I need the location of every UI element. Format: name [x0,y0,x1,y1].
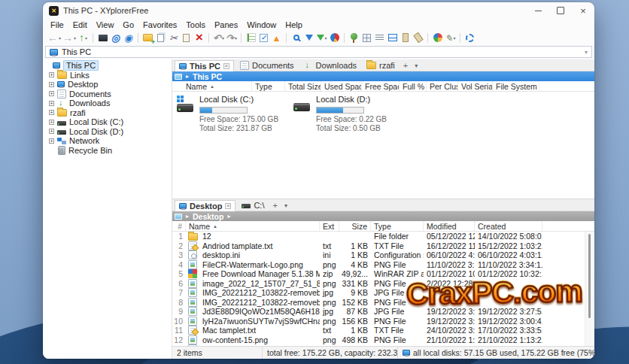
breadcrumb[interactable]: Desktop [193,212,223,221]
tab-close-icon[interactable] [225,203,231,209]
file-row[interactable]: 9 Jd3E88D9IQoWOz1M58QA6H18YjHHcbB6.jpg j… [172,307,584,317]
expand-icon[interactable] [49,72,54,77]
menu-panes[interactable]: Panes [210,20,242,29]
column-header-index[interactable]: # [172,221,186,231]
column-header-size[interactable]: Size [339,221,371,231]
maximize-button[interactable] [549,2,572,19]
column-header-name[interactable]: Name▲ [172,81,252,91]
filter-icon[interactable] [303,31,314,44]
tiles-view-icon[interactable] [361,31,372,44]
address-dropdown-icon[interactable]: ▾ [585,49,588,56]
new-folder-icon[interactable] [142,31,153,44]
file-row[interactable]: 11 Mac tamplet.txt txt 1 KB TXT File 24/… [172,326,584,335]
expand-icon[interactable] [49,101,54,106]
column-header-created[interactable]: Created [475,221,542,231]
expand-icon[interactable] [49,110,54,115]
tree-item-local-disk-c[interactable]: Local Disk (C:) [43,117,172,127]
highlights-icon[interactable] [271,31,282,44]
scrollbar-thumb[interactable] [588,234,591,318]
address-bar[interactable]: This PC ▾ [45,46,592,58]
settings-gear-icon[interactable] [464,31,476,44]
panel-icon[interactable] [400,31,411,44]
tab-c-drive[interactable]: C:\ [238,199,268,211]
search-icon[interactable] [290,31,302,44]
expand-icon[interactable] [49,120,54,125]
delete-icon[interactable] [193,31,205,44]
file-row[interactable]: 10 lyH2a7iwuonSUYTw7vjS9wfCHnaXhsrF.png … [172,317,584,326]
rotate-panel-icon[interactable] [412,31,424,44]
column-header-type[interactable]: Type [371,221,424,231]
paste-icon[interactable] [181,31,192,44]
customize-icon[interactable] [432,31,443,44]
up-icon[interactable]: ▾ [77,31,89,44]
details-view-icon[interactable] [374,31,385,44]
drive-tile-c[interactable]: Local Disk (C:) Free Space: 175.00 GB To… [177,95,278,134]
tab-documents[interactable]: Documents [236,59,298,71]
tree-toggle-icon[interactable] [245,31,257,44]
column-header-total-size[interactable]: Total Size [285,81,321,91]
statistics-icon[interactable] [329,31,340,44]
tree-item-local-disk-d[interactable]: Local Disk (D:) [43,127,172,137]
tree-item-recycle-bin[interactable]: Recycle Bin [43,146,172,156]
back-icon[interactable]: ▾ [47,31,61,44]
file-row[interactable]: 8 IMG_20221212_103822-removebg-preview.p… [172,298,584,308]
expand-icon[interactable] [49,129,54,134]
column-header-free-space[interactable]: Free Space [362,81,400,91]
top-path-row[interactable]: ▸ This PC [172,71,594,81]
split-horizontal-icon[interactable] [387,31,398,44]
column-header-file-system[interactable]: File System [493,81,539,91]
tree-item-downloads[interactable]: Downloads [43,99,172,108]
tree-item-desktop[interactable]: Desktop [43,80,172,89]
tree-item-rzafi[interactable]: rzafi [43,108,172,118]
undo-icon[interactable]: ▾ [213,31,224,44]
file-row[interactable]: 1 12 File folder 05/12/2022 12:01:... 14… [172,232,584,241]
menu-go[interactable]: Go [118,20,138,29]
title-bar[interactable]: This PC - XYplorerFree [43,2,594,19]
forward-icon[interactable]: ▾ [62,31,76,44]
tab-rzafi[interactable]: rzafi [363,59,399,71]
file-row[interactable]: 12 ow-content-15.png png 498 KB PNG File… [172,335,584,345]
tree-item-network[interactable]: Network [43,136,172,146]
tab-close-icon[interactable] [223,63,229,69]
tab-desktop[interactable]: Desktop [175,200,235,211]
file-row[interactable]: 5 Free Download Manager 5.1.38 Multiling… [172,269,584,279]
menu-favorites[interactable]: Favorites [138,20,181,29]
copy-icon[interactable] [155,31,166,44]
redo-icon[interactable]: ▾ [226,31,237,44]
column-header-type[interactable]: Type [252,81,285,91]
hotlist-icon[interactable] [110,31,121,44]
menu-edit[interactable]: Edit [68,20,92,29]
tree-item-documents[interactable]: Documents [43,89,172,99]
find-files-icon[interactable] [123,31,134,44]
menu-window[interactable]: Window [242,20,281,29]
close-button[interactable] [572,2,594,19]
cut-icon[interactable] [168,31,179,44]
column-header-full-pct[interactable]: Full % [400,81,427,91]
minimize-button[interactable] [527,2,549,19]
expand-icon[interactable] [49,91,54,96]
checkbox-mode-icon[interactable] [258,31,269,44]
tab-list-dropdown-icon[interactable]: ▾ [412,62,420,69]
menu-file[interactable]: File [46,20,68,29]
tab-downloads[interactable]: Downloads [300,59,360,71]
file-row[interactable]: 6 image_2022_12_15T07_27_51_860Z.png png… [172,279,584,289]
menu-help[interactable]: Help [281,20,307,29]
tree-item-this-pc[interactable]: This PC [43,61,172,71]
column-header-name[interactable]: Name▲ [186,221,320,231]
breadcrumb[interactable]: This PC [193,72,222,81]
drive-tile-d[interactable]: Local Disk (D:) Free Space: 0.22 GB Tota… [293,95,387,134]
new-tab-button[interactable]: + [401,61,410,70]
file-row[interactable]: 2 Andriod tamplate.txt txt 1 KB TXT File… [172,241,584,251]
column-header-per-cluster[interactable]: Per Cluster [427,81,458,91]
bottom-path-row[interactable]: ▸ Desktop ▸ [172,211,594,221]
tree-item-links[interactable]: Links [43,71,172,80]
file-row[interactable]: 3 desktop.ini ini 1 KB Configuration set… [172,250,584,260]
column-header-ext[interactable]: Ext [320,221,339,231]
expand-icon[interactable] [49,138,54,144]
file-row[interactable]: 7 IMG_20221212_103822-removebg-preview.j… [172,288,584,298]
edit-icon[interactable]: ▾ [445,31,456,44]
display-icon[interactable] [97,31,108,44]
column-header-vol-serial[interactable]: Vol Serial [458,81,493,91]
file-row[interactable]: 4 FileCR-Watermark-Logo.png png 4 KB PNG… [172,260,584,270]
menu-view[interactable]: View [92,20,119,29]
